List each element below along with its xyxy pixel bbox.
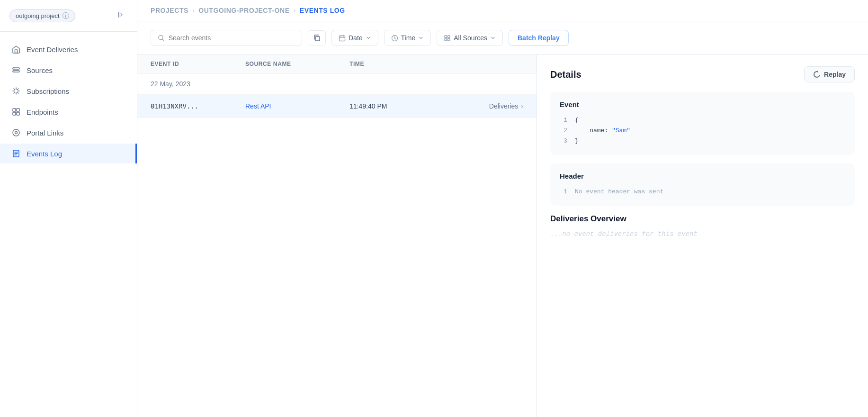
- date-filter-label: Date: [349, 34, 363, 42]
- portal-links-icon: [11, 128, 21, 137]
- event-code-block: 1 { 2 name: "Sam" 3 }: [560, 115, 845, 146]
- sidebar: outgoing project i Event Deliveries: [0, 0, 137, 417]
- search-input[interactable]: [169, 34, 295, 42]
- code-content: name: "Sam": [575, 126, 630, 136]
- breadcrumb-sep2: ›: [294, 7, 296, 14]
- home-icon: [11, 45, 21, 54]
- all-sources-label: All Sources: [454, 34, 487, 42]
- sidebar-item-event-deliveries[interactable]: Event Deliveries: [0, 39, 137, 59]
- sidebar-item-portal-links[interactable]: Portal Links: [0, 123, 137, 143]
- chevron-down-icon: [418, 35, 424, 41]
- batch-replay-button[interactable]: Batch Replay: [509, 30, 569, 46]
- replay-button[interactable]: Replay: [804, 66, 855, 82]
- sidebar-item-events-log[interactable]: Events Log: [0, 144, 137, 163]
- copy-button[interactable]: [308, 30, 326, 45]
- code-content: {: [575, 115, 579, 126]
- grid-icon: [444, 35, 451, 42]
- deliveries-overview: Deliveries Overview ...no event deliveri…: [550, 214, 855, 238]
- code-line-1: 1 {: [560, 115, 845, 126]
- date-filter-button[interactable]: Date: [331, 30, 378, 46]
- events-panel: EVENT ID SOURCE NAME TIME 22 May, 2023 0…: [137, 55, 537, 417]
- line-num: 1: [560, 187, 567, 197]
- subscriptions-icon: [11, 86, 21, 96]
- svg-rect-1: [15, 50, 18, 53]
- sidebar-item-subscriptions[interactable]: Subscriptions: [0, 81, 137, 101]
- project-badge[interactable]: outgoing project i: [9, 9, 75, 22]
- time-filter-label: Time: [401, 34, 416, 42]
- table-row[interactable]: 01H13NXRV... Rest API 11:49:40 PM Delive…: [137, 95, 537, 118]
- line-num: 2: [560, 126, 567, 136]
- col-source-name: SOURCE NAME: [245, 61, 349, 67]
- svg-rect-19: [445, 38, 447, 41]
- code-line-2: 2 name: "Sam": [560, 126, 845, 136]
- col-time: TIME: [349, 61, 435, 67]
- header-section-label: Header: [560, 172, 845, 180]
- breadcrumb-projects[interactable]: PROJECTS: [151, 7, 188, 14]
- sidebar-item-label: Sources: [27, 66, 53, 74]
- svg-rect-8: [13, 112, 16, 115]
- endpoints-icon: [11, 107, 21, 117]
- nav-menu: Event Deliveries Sources Sub: [0, 32, 137, 171]
- no-deliveries-text: ...no event deliveries for this event: [550, 230, 855, 238]
- sidebar-item-label: Subscriptions: [27, 87, 69, 95]
- breadcrumb: PROJECTS › OUTGOING-PROJECT-ONE › EVENTS…: [151, 7, 345, 14]
- replay-icon: [813, 71, 821, 78]
- header-section: Header 1 No event header was sent: [550, 163, 855, 206]
- svg-rect-20: [448, 38, 450, 41]
- deliveries-cell[interactable]: Deliveries ›: [435, 102, 523, 110]
- svg-rect-7: [17, 109, 19, 111]
- clock-icon: [391, 35, 398, 42]
- sources-icon: [11, 65, 21, 75]
- svg-rect-18: [448, 36, 450, 38]
- event-time-cell: 11:49:40 PM: [349, 102, 435, 110]
- calendar-icon: [339, 35, 346, 42]
- source-name-cell[interactable]: Rest API: [245, 102, 349, 110]
- header-code-content: No event header was sent: [575, 187, 663, 197]
- content-area: EVENT ID SOURCE NAME TIME 22 May, 2023 0…: [137, 55, 868, 417]
- breadcrumb-sep1: ›: [192, 7, 195, 14]
- header-code-block: 1 No event header was sent: [560, 187, 845, 197]
- sidebar-item-label: Events Log: [27, 150, 62, 158]
- events-log-icon: [11, 149, 21, 158]
- chevron-right-icon: ›: [521, 102, 523, 110]
- details-header: Details Replay: [550, 66, 855, 82]
- col-actions: [435, 61, 523, 67]
- sidebar-item-label: Portal Links: [27, 129, 63, 137]
- main-content: PROJECTS › OUTGOING-PROJECT-ONE › EVENTS…: [137, 0, 868, 417]
- sidebar-item-label: Endpoints: [27, 108, 58, 116]
- chevron-down-icon: [366, 35, 371, 41]
- details-title: Details: [550, 69, 582, 80]
- sidebar-item-sources[interactable]: Sources: [0, 60, 137, 80]
- breadcrumb-project-name[interactable]: OUTGOING-PROJECT-ONE: [198, 7, 289, 14]
- svg-rect-6: [13, 109, 16, 111]
- sidebar-header: outgoing project i: [0, 0, 137, 32]
- event-section: Event 1 { 2 name: "Sam" 3 }: [550, 92, 855, 155]
- collapse-button[interactable]: [115, 9, 127, 23]
- chevron-down-icon: [490, 35, 496, 41]
- collapse-icon: [117, 10, 125, 19]
- topbar: PROJECTS › OUTGOING-PROJECT-ONE › EVENTS…: [137, 0, 868, 21]
- svg-rect-0: [118, 12, 119, 18]
- sidebar-item-endpoints[interactable]: Endpoints: [0, 102, 137, 122]
- details-panel: Details Replay Event 1 { 2: [537, 55, 868, 417]
- line-num: 3: [560, 136, 567, 146]
- svg-point-10: [13, 129, 19, 136]
- all-sources-button[interactable]: All Sources: [437, 30, 503, 46]
- time-filter-button[interactable]: Time: [384, 30, 431, 46]
- search-icon: [158, 34, 165, 42]
- breadcrumb-current: EVENTS LOG: [300, 7, 345, 14]
- project-name: outgoing project: [16, 12, 60, 19]
- search-box[interactable]: [151, 30, 302, 46]
- event-id-cell: 01H13NXRV...: [151, 102, 245, 110]
- toolbar: Date Time All Sources: [137, 21, 868, 55]
- svg-point-11: [15, 132, 18, 134]
- code-content: }: [575, 136, 579, 146]
- svg-rect-15: [340, 36, 345, 41]
- svg-point-4: [14, 68, 15, 69]
- table-header: EVENT ID SOURCE NAME TIME: [137, 55, 537, 73]
- header-code-line: 1 No event header was sent: [560, 187, 845, 197]
- deliveries-overview-title: Deliveries Overview: [550, 214, 855, 224]
- deliveries-label: Deliveries: [489, 102, 518, 110]
- sidebar-item-label: Event Deliveries: [27, 45, 78, 54]
- copy-icon: [313, 34, 321, 42]
